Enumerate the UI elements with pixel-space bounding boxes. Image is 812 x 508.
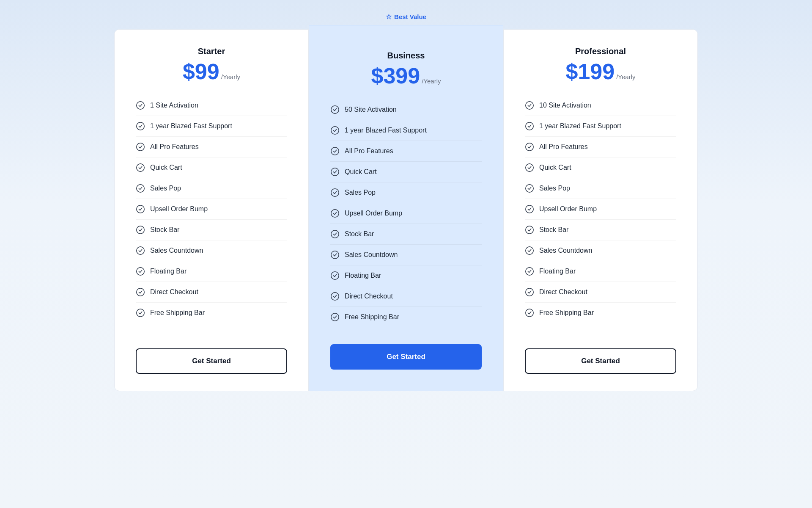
plan-period-professional: /Yearly: [616, 73, 635, 80]
svg-point-29: [526, 247, 533, 254]
svg-point-17: [331, 230, 339, 238]
star-icon: ☆: [386, 13, 392, 21]
svg-point-5: [137, 205, 144, 213]
plan-card-professional: Professional$199/Yearly 10 Site Activati…: [503, 29, 698, 391]
feature-label: All Pro Features: [539, 143, 588, 151]
svg-point-0: [137, 102, 144, 109]
feature-label: Stock Bar: [150, 226, 179, 234]
feature-label: 50 Site Activation: [345, 106, 397, 113]
svg-point-18: [331, 251, 339, 259]
check-circle-icon: [136, 142, 145, 152]
get-started-button-starter[interactable]: Get Started: [136, 348, 287, 374]
feature-item: Free Shipping Bar: [136, 303, 287, 323]
check-circle-icon: [136, 163, 145, 172]
feature-label: Floating Bar: [345, 272, 381, 279]
features-list-professional: 10 Site Activation 1 year Blazed Fast Su…: [525, 95, 676, 331]
feature-item: Sales Pop: [525, 178, 676, 199]
feature-label: Sales Pop: [345, 189, 376, 196]
svg-point-21: [331, 313, 339, 321]
check-circle-icon: [330, 209, 340, 218]
feature-item: Sales Countdown: [330, 245, 482, 265]
check-circle-icon: [330, 188, 340, 197]
feature-item: Free Shipping Bar: [330, 307, 482, 327]
svg-point-20: [331, 293, 339, 300]
feature-label: Sales Pop: [150, 185, 181, 192]
feature-label: Sales Countdown: [345, 251, 398, 259]
feature-item: Stock Bar: [525, 220, 676, 240]
feature-item: Direct Checkout: [525, 282, 676, 303]
check-circle-icon: [525, 246, 534, 255]
feature-label: 1 year Blazed Fast Support: [345, 127, 427, 134]
check-circle-icon: [136, 287, 145, 297]
check-circle-icon: [525, 225, 534, 235]
feature-item: Upsell Order Bump: [525, 199, 676, 220]
plan-name-professional: Professional: [525, 47, 676, 56]
svg-point-30: [526, 268, 533, 275]
plan-price-row-starter: $99/Yearly: [136, 61, 287, 83]
feature-label: Sales Countdown: [539, 247, 592, 254]
svg-point-27: [526, 205, 533, 213]
plan-card-starter: Starter$99/Yearly 1 Site Activation 1 ye…: [114, 29, 309, 391]
svg-point-6: [137, 226, 144, 234]
plan-price-starter: $99: [183, 61, 219, 83]
feature-label: Floating Bar: [150, 268, 187, 275]
check-circle-icon: [136, 101, 145, 110]
feature-label: Quick Cart: [345, 168, 377, 176]
plan-name-starter: Starter: [136, 47, 287, 56]
feature-label: Sales Countdown: [150, 247, 203, 254]
feature-item: 10 Site Activation: [525, 95, 676, 116]
check-circle-icon: [136, 121, 145, 131]
feature-item: All Pro Features: [525, 137, 676, 157]
feature-label: Sales Pop: [539, 185, 570, 192]
check-circle-icon: [136, 204, 145, 214]
feature-label: Quick Cart: [150, 164, 182, 171]
feature-label: Upsell Order Bump: [150, 205, 208, 213]
check-circle-icon: [330, 271, 340, 280]
svg-point-8: [137, 268, 144, 275]
feature-label: 1 Site Activation: [150, 102, 198, 109]
check-circle-icon: [525, 287, 534, 297]
check-circle-icon: [136, 184, 145, 193]
plan-name-business: Business: [330, 51, 482, 61]
feature-item: 1 year Blazed Fast Support: [525, 116, 676, 137]
check-circle-icon: [525, 308, 534, 318]
svg-point-14: [331, 168, 339, 176]
check-circle-icon: [525, 184, 534, 193]
svg-point-3: [137, 164, 144, 171]
feature-label: All Pro Features: [150, 143, 199, 151]
feature-label: 10 Site Activation: [539, 102, 591, 109]
feature-item: Quick Cart: [525, 157, 676, 178]
feature-item: Direct Checkout: [136, 282, 287, 303]
feature-item: Quick Cart: [136, 157, 287, 178]
svg-point-22: [526, 102, 533, 109]
feature-label: Floating Bar: [539, 268, 576, 275]
check-circle-icon: [136, 308, 145, 318]
feature-label: 1 year Blazed Fast Support: [150, 122, 232, 130]
feature-item: Direct Checkout: [330, 286, 482, 307]
plan-period-business: /Yearly: [422, 77, 441, 85]
feature-item: Upsell Order Bump: [330, 203, 482, 224]
get-started-button-professional[interactable]: Get Started: [525, 348, 676, 374]
plan-period-starter: /Yearly: [221, 73, 240, 80]
check-circle-icon: [330, 312, 340, 322]
feature-item: Quick Cart: [330, 162, 482, 182]
svg-point-13: [331, 147, 339, 155]
feature-item: 1 year Blazed Fast Support: [330, 120, 482, 141]
check-circle-icon: [136, 225, 145, 235]
feature-label: Free Shipping Bar: [539, 309, 594, 317]
get-started-button-business[interactable]: Get Started: [330, 344, 482, 370]
plan-price-row-business: $399/Yearly: [330, 65, 482, 87]
check-circle-icon: [330, 105, 340, 114]
feature-label: Direct Checkout: [345, 293, 393, 300]
feature-label: Upsell Order Bump: [539, 205, 597, 213]
svg-point-9: [137, 288, 144, 296]
svg-point-10: [137, 309, 144, 317]
check-circle-icon: [330, 167, 340, 177]
check-circle-icon: [525, 101, 534, 110]
svg-point-11: [331, 106, 339, 113]
plan-price-business: $399: [371, 65, 420, 87]
check-circle-icon: [330, 146, 340, 156]
feature-label: Direct Checkout: [539, 288, 587, 296]
check-circle-icon: [330, 292, 340, 301]
plan-price-professional: $199: [566, 61, 615, 83]
